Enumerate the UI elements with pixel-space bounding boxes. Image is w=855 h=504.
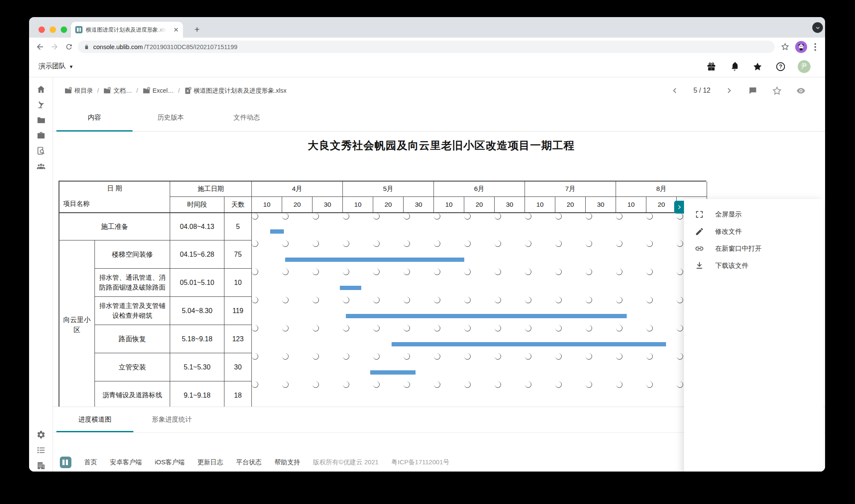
gantt-cell	[434, 269, 440, 275]
sidebar-item-organization[interactable]	[33, 458, 49, 472]
user-avatar[interactable]: 尹	[798, 60, 811, 73]
sheet-tab-1[interactable]: 进度横道图	[56, 407, 133, 432]
gantt-bar	[392, 342, 666, 346]
tab-search-button[interactable]	[812, 22, 823, 33]
gift-button[interactable]	[705, 61, 717, 73]
back-button[interactable]	[32, 40, 47, 54]
browser-profile-avatar[interactable]	[795, 41, 807, 53]
gantt-cell: 75	[224, 240, 252, 269]
breadcrumb-separator: /	[178, 87, 180, 94]
footer-link[interactable]: 首页	[84, 458, 97, 466]
collapse-panel-button[interactable]	[674, 201, 684, 214]
gantt-cell	[646, 353, 653, 360]
bookmark-star-icon[interactable]	[781, 42, 790, 51]
breadcrumb-item[interactable]: 文档…	[103, 87, 132, 95]
people-icon	[36, 161, 46, 171]
footer-link[interactable]: 帮助支持	[274, 458, 300, 466]
gantt-cell	[282, 353, 289, 360]
tab-content[interactable]: 内容	[56, 104, 133, 131]
gantt-cell	[646, 325, 653, 331]
gantt-bar	[340, 286, 361, 290]
minimize-window-button[interactable]	[50, 26, 56, 33]
gantt-cell: 20	[646, 197, 677, 213]
tab-close-icon[interactable]: ✕	[173, 26, 179, 34]
gantt-cell: 楼梯空间装修	[95, 240, 170, 269]
panel-item-下载该文件[interactable]: 下载该文件	[684, 257, 823, 274]
gantt-cell	[616, 269, 622, 275]
sidebar-item-settings[interactable]	[33, 427, 49, 442]
browser-menu-button[interactable]	[813, 41, 818, 53]
footer-link[interactable]: 平台状态	[236, 458, 262, 466]
views-button[interactable]	[795, 85, 806, 96]
gantt-cell	[434, 297, 440, 303]
panel-item-在新窗口中打开[interactable]: 在新窗口中打开	[684, 240, 823, 257]
gantt-cell	[555, 297, 562, 303]
eye-icon	[796, 85, 806, 96]
gantt-cell: 20	[373, 197, 404, 213]
gantt-cell	[313, 297, 319, 303]
next-page-button[interactable]	[723, 85, 734, 96]
prev-page-button[interactable]	[669, 85, 681, 96]
address-bar[interactable]: console.ublib.com/T20190310DC85/I2021071…	[78, 41, 775, 53]
comment-button[interactable]	[747, 85, 758, 96]
forward-button[interactable]	[47, 40, 62, 54]
gantt-cell	[434, 325, 440, 331]
gantt-cell	[616, 297, 622, 303]
panel-items: 全屏显示修改文件在新窗口中打开下载该文件	[684, 206, 823, 274]
star-file-button[interactable]	[771, 85, 782, 96]
list-icon	[36, 445, 46, 455]
gantt-cell	[495, 325, 501, 331]
browser-tab[interactable]: 横道图进度计划表及进度形象.xls ✕	[71, 22, 183, 38]
gantt-cell	[404, 325, 410, 331]
gantt-cell	[252, 213, 258, 220]
gantt-cell	[555, 381, 562, 388]
new-tab-button[interactable]: +	[191, 23, 203, 36]
gantt-cell	[343, 353, 349, 360]
breadcrumb-item[interactable]: Excel…	[142, 87, 174, 95]
document-search-icon	[36, 146, 46, 155]
gantt-cell	[282, 325, 289, 331]
sidebar-item-home[interactable]	[33, 82, 49, 97]
sidebar-item-logs[interactable]	[33, 442, 49, 458]
gift-icon	[706, 62, 716, 72]
gantt-cell: 30	[224, 353, 252, 381]
screenshot-stage: 横道图进度计划表及进度形象.xls ✕ + console.ublib.com/…	[0, 0, 855, 504]
sidebar-item-workspace[interactable]	[33, 97, 49, 112]
gantt-cell	[343, 297, 349, 303]
notifications-button[interactable]	[728, 61, 740, 73]
help-button[interactable]: ?	[775, 61, 787, 73]
footer-link[interactable]: 更新日志	[198, 458, 223, 466]
footer-link[interactable]: iOS客户端	[155, 458, 185, 466]
panel-item-全屏显示[interactable]: 全屏显示	[684, 206, 823, 223]
tab-history[interactable]: 历史版本	[133, 104, 209, 131]
tab-activity[interactable]: 文件动态	[209, 104, 285, 131]
gantt-cell	[586, 353, 592, 360]
breadcrumb-item[interactable]: 根目录	[64, 87, 93, 95]
sheet-tab-2[interactable]: 形象进度统计	[133, 407, 210, 432]
gantt-cell	[252, 353, 258, 360]
breadcrumb-item[interactable]: X横道图进度计划表及进度形象.xlsx	[184, 87, 287, 95]
team-selector[interactable]: 演示团队 ▼	[38, 62, 74, 71]
zoom-window-button[interactable]	[61, 26, 67, 33]
chevron-right-icon	[725, 87, 732, 94]
gantt-cell: 4月	[252, 182, 343, 197]
sidebar-item-members[interactable]	[33, 158, 49, 174]
favorites-button[interactable]	[752, 61, 764, 73]
footer-link[interactable]: 安卓客户端	[110, 458, 142, 466]
sidebar-item-search-docs[interactable]	[33, 143, 49, 158]
gantt-cell: 5.1~5.30	[170, 353, 224, 381]
gantt-cell	[282, 297, 289, 303]
gantt-cell	[464, 240, 471, 247]
building-icon	[36, 461, 46, 470]
gantt-cell: 123	[224, 325, 252, 353]
gantt-cell	[373, 269, 380, 275]
sidebar-item-projects[interactable]	[33, 128, 49, 143]
reload-button[interactable]	[62, 40, 76, 54]
close-window-button[interactable]	[38, 26, 45, 33]
star-icon	[752, 62, 763, 72]
gantt-cell	[525, 381, 531, 388]
sidebar-item-files[interactable]	[33, 112, 49, 128]
panel-item-修改文件[interactable]: 修改文件	[684, 223, 823, 240]
app-header: 演示团队 ▼ ?	[29, 56, 825, 77]
gantt-cell	[313, 325, 319, 331]
